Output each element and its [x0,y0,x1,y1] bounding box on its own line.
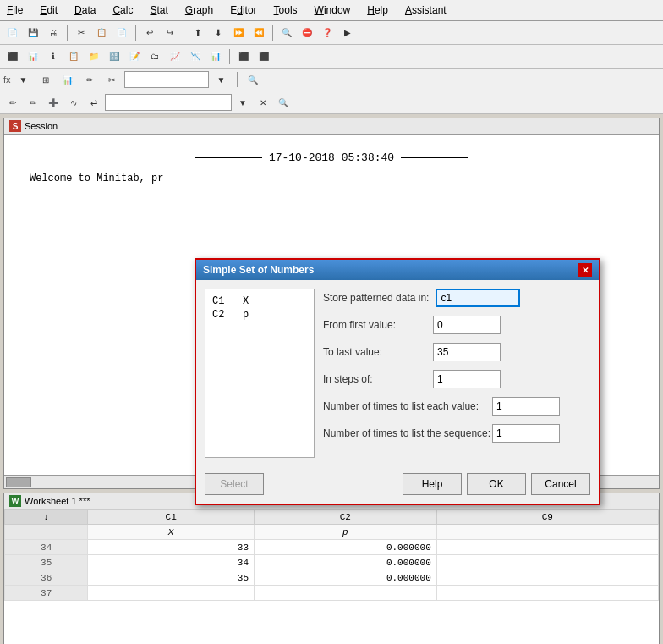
col-list-item-c1[interactable]: C1 X [211,294,309,308]
tb2-btn3[interactable]: ℹ [44,47,63,66]
menu-assistant[interactable]: Assistant [402,3,450,18]
cell-34-c2[interactable]: 0.000000 [255,540,437,555]
paste-btn[interactable]: 📄 [112,24,131,42]
col-name-p[interactable]: p [255,525,437,540]
cancel-button[interactable]: Cancel [531,473,590,495]
edit-btn3[interactable]: ➕ [44,93,63,112]
menu-data[interactable]: Data [71,3,99,18]
formula-btn3[interactable]: 📊 [58,70,77,89]
cell-37-c2[interactable] [255,586,437,601]
formula-input[interactable] [124,71,209,88]
help-toolbar-btn[interactable]: ❓ [318,24,337,42]
menu-editor[interactable]: Editor [227,3,260,18]
tb2-btn1[interactable]: ⬛ [3,47,22,66]
down-btn[interactable]: ⬇ [209,24,227,42]
run-btn[interactable]: ▶ [338,24,357,42]
col-list-item-c2[interactable]: C2 p [211,308,309,322]
menu-window[interactable]: Window [311,3,354,18]
table-row: 34 33 0.000000 [5,540,659,555]
list-each-input[interactable] [492,397,560,416]
edit-btn2[interactable]: ✏ [24,93,42,112]
session-icon: S [9,120,21,132]
tb2-btn8[interactable]: 🗂 [145,47,164,66]
edit-btn5[interactable]: ⇄ [85,93,103,112]
new-btn[interactable]: 📄 [3,24,22,42]
cut-btn[interactable]: ✂ [72,24,90,42]
sep2 [135,25,136,41]
search-btn[interactable]: 🔍 [274,93,293,112]
menu-calc[interactable]: Calc [109,3,136,18]
cell-ref-dropdown[interactable]: ▼ [233,93,252,112]
cell-35-c9[interactable] [436,555,658,570]
col-header-c1[interactable]: C1 [88,510,255,525]
cell-37-c9[interactable] [436,586,658,601]
menu-tools[interactable]: Tools [271,3,301,18]
tb2-btn6[interactable]: 🔠 [105,47,123,66]
cell-36-c1[interactable]: 35 [88,570,255,586]
up-btn[interactable]: ⬆ [189,24,207,42]
tb2-btn13[interactable]: ⬛ [255,47,273,66]
menu-help[interactable]: Help [364,3,392,18]
menu-edit[interactable]: Edit [36,3,61,18]
menu-file[interactable]: File [3,3,26,18]
tb2-btn2[interactable]: 📊 [24,47,42,66]
formula-search-btn[interactable]: 🔍 [244,70,262,89]
cell-34-c9[interactable] [436,540,658,555]
scrollbar-thumb[interactable] [6,477,31,487]
tb2-btn12[interactable]: ⬛ [234,47,253,66]
tb2-btn11[interactable]: 📊 [206,47,225,66]
from-input[interactable] [433,316,501,334]
menu-graph[interactable]: Graph [182,3,216,18]
col-header-c9[interactable]: C9 [436,510,658,525]
edit-btn1[interactable]: ✏ [3,93,22,112]
formula-dropdown-btn[interactable]: ▼ [212,70,231,89]
cell-37-c1[interactable] [88,586,255,601]
toolbar-secondary: ⬛ 📊 ℹ 📋 📁 🔠 📝 🗂 📈 📉 📊 ⬛ ⬛ [0,45,663,69]
cell-36-c9[interactable] [436,570,658,586]
list-seq-input[interactable] [492,424,560,443]
help-button[interactable]: Help [403,473,462,495]
store-input[interactable] [436,289,520,307]
dialog-title-text: Simple Set of Numbers [203,264,314,276]
tb2-btn10[interactable]: 📉 [186,47,205,66]
redo-btn[interactable]: ↪ [161,24,179,42]
cell-35-c1[interactable]: 34 [88,555,255,570]
tb2-btn4[interactable]: 📋 [64,47,83,66]
stop-btn[interactable]: ⛔ [298,24,316,42]
sep1 [67,25,68,41]
rwd-btn[interactable]: ⏪ [249,24,268,42]
col-header-c2[interactable]: C2 [255,510,437,525]
formula-btn5[interactable]: ✂ [102,70,121,89]
cell-36-c2[interactable]: 0.000000 [255,570,437,586]
clear-btn[interactable]: ✕ [254,93,272,112]
col-name-c9 [436,525,658,540]
formula-btn4[interactable]: ✏ [80,70,99,89]
step-input[interactable] [433,370,501,388]
edit-btn4[interactable]: ∿ [64,93,83,112]
tb2-btn9[interactable]: 📈 [166,47,184,66]
cell-ref-input[interactable] [105,94,232,111]
select-button[interactable]: Select [205,473,264,495]
cell-34-c1[interactable]: 33 [88,540,255,555]
save-btn[interactable]: 💾 [24,24,42,42]
ffwd-btn[interactable]: ⏩ [229,24,248,42]
tb2-btn7[interactable]: 📝 [125,47,144,66]
store-label: Store patterned data in: [323,292,429,304]
formula-btn1[interactable]: ▼ [14,70,33,89]
menu-stat[interactable]: Stat [146,3,171,18]
table-row: 37 [5,586,659,601]
undo-btn[interactable]: ↩ [140,24,159,42]
tb2-btn5[interactable]: 📁 [85,47,103,66]
dialog-close-button[interactable]: ✕ [578,263,592,277]
worksheet-title: Worksheet 1 *** [25,496,90,506]
col-name-x[interactable]: X [88,525,255,540]
list-each-label: Number of times to list each value: [323,400,492,412]
ok-button[interactable]: OK [467,473,526,495]
copy-btn[interactable]: 📋 [92,24,111,42]
formula-btn2[interactable]: ⊞ [36,70,55,89]
find-btn[interactable]: 🔍 [277,24,296,42]
print-btn[interactable]: 🖨 [44,24,63,42]
welcome-text: Welcome to Minitab, pr [30,173,163,184]
to-input[interactable] [433,343,501,361]
cell-35-c2[interactable]: 0.000000 [255,555,437,570]
